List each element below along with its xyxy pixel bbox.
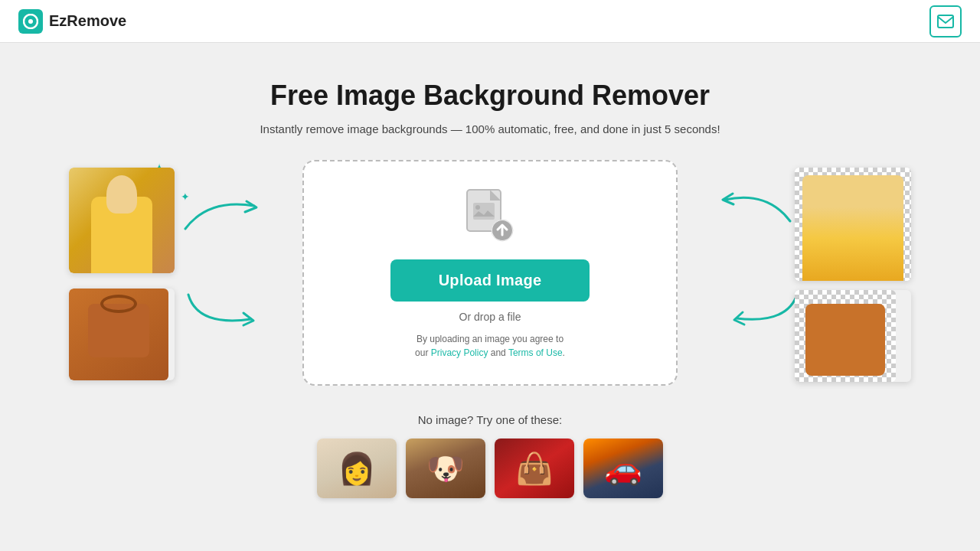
main-content: Free Image Background Remover Instantly … — [0, 43, 980, 529]
right-image-woman — [795, 168, 911, 281]
upload-section: ✦ ✦ ✦ — [69, 160, 911, 386]
logo-area: EzRemove — [18, 9, 126, 34]
sample-strip-label: No image? Try one of these: — [317, 413, 663, 426]
logo-text: EzRemove — [49, 12, 126, 30]
file-icon — [459, 186, 521, 247]
drop-label: Or drop a file — [459, 311, 521, 323]
svg-point-1 — [28, 19, 33, 24]
upload-button[interactable]: Upload Image — [390, 259, 590, 302]
sample-thumb-puppy[interactable] — [406, 439, 485, 498]
mail-button[interactable] — [929, 5, 962, 37]
arrow-right-top — [714, 183, 798, 229]
page-title: Free Image Background Remover — [270, 80, 710, 112]
side-images-left: ✦ ✦ ✦ — [69, 168, 175, 380]
svg-rect-4 — [473, 203, 495, 220]
header: EzRemove — [0, 0, 980, 43]
arrow-left-top — [178, 191, 270, 236]
sample-thumbs — [317, 439, 663, 498]
svg-point-5 — [475, 205, 480, 210]
privacy-policy-link[interactable]: Privacy Policy — [431, 347, 488, 358]
upload-dropzone[interactable]: Upload Image Or drop a file By uploading… — [302, 160, 678, 386]
arrow-left-bottom — [182, 289, 259, 334]
sample-thumb-woman[interactable] — [317, 439, 397, 498]
arrow-right-bottom — [727, 286, 804, 332]
left-image-woman — [69, 168, 175, 273]
sample-strip: No image? Try one of these: — [317, 413, 663, 498]
sample-thumb-car[interactable] — [583, 439, 663, 498]
sample-thumb-redbag[interactable] — [495, 439, 574, 498]
terms-of-use-link[interactable]: Terms of Use — [508, 347, 563, 358]
logo-icon — [18, 9, 43, 34]
left-image-bag — [69, 289, 175, 380]
right-image-bag — [795, 290, 911, 382]
page-subtitle: Instantly remove image backgrounds — 100… — [260, 122, 720, 135]
svg-rect-2 — [938, 15, 953, 28]
terms-text: By uploading an image you agree to our P… — [415, 332, 565, 360]
side-images-right — [795, 168, 911, 382]
